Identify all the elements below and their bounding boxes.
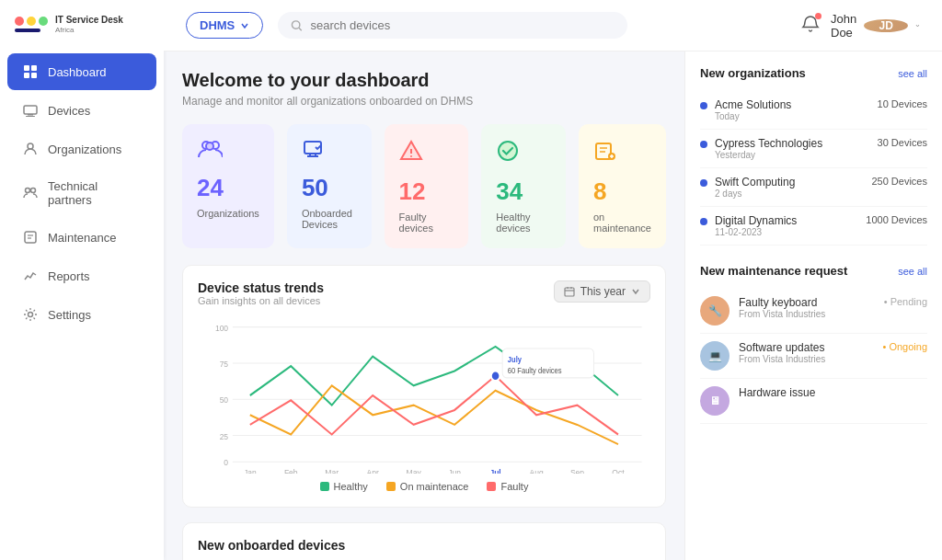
healthy-stat-icon xyxy=(496,139,551,168)
faulty-stat-icon xyxy=(399,139,454,168)
svg-rect-6 xyxy=(26,116,35,117)
svg-point-56 xyxy=(491,371,500,381)
chart-header: Device status trends Gain insights on al… xyxy=(198,280,650,306)
maint-item-0: 🔧 Faulty keyboard From Vista Industries … xyxy=(700,289,927,334)
svg-text:25: 25 xyxy=(220,431,228,441)
notification-bell[interactable] xyxy=(801,15,820,36)
devices-icon xyxy=(22,102,39,119)
sidebar-item-dashboard[interactable]: Dashboard xyxy=(7,53,156,90)
new-maintenance-section: New maintenance request see all 🔧 Faulty… xyxy=(700,264,927,424)
stat-card-faulty: 12 Faulty devices xyxy=(385,124,469,248)
sidebar-item-devices[interactable]: Devices xyxy=(7,92,156,129)
new-org-see-all[interactable]: see all xyxy=(898,68,927,79)
chart-subtitle: Gain insights on all devices xyxy=(198,295,324,306)
legend-maintenance: On maintenace xyxy=(386,481,469,492)
stat-card-onboarded: 50 Onboarded Devices xyxy=(287,124,372,248)
svg-point-9 xyxy=(31,189,36,193)
org-date: 11-02-2023 xyxy=(715,227,797,237)
header: DHMS John Doe JD xyxy=(164,0,942,51)
sidebar-item-maintenance[interactable]: Maintenance xyxy=(7,219,156,256)
org-dot xyxy=(700,179,707,187)
sidebar-item-reports[interactable]: Reports xyxy=(7,257,156,294)
onboarded-stat-icon xyxy=(302,139,357,165)
svg-point-14 xyxy=(293,20,300,28)
svg-text:Jan: Jan xyxy=(244,468,257,474)
maintenance-stat-icon xyxy=(593,139,651,168)
maint-item-1: 💻 Software updates From Vista Industries… xyxy=(700,334,927,379)
maint-status: • Ongoing xyxy=(882,341,927,352)
org-devices: 30 Devices xyxy=(878,137,927,148)
new-org-header: New organizations see all xyxy=(700,66,927,80)
sidebar-item-technical-partners[interactable]: Technical partners xyxy=(7,169,156,217)
org-name: Digital Dynamics xyxy=(715,214,797,227)
legend-healthy: Healthy xyxy=(320,481,368,492)
svg-rect-0 xyxy=(24,65,29,71)
chart-canvas: 100 75 50 25 0 Jan Feb Mar Apr May Jun J… xyxy=(198,317,650,474)
dhms-selector[interactable]: DHMS xyxy=(186,12,263,39)
org-dot xyxy=(700,141,707,148)
svg-text:100: 100 xyxy=(215,323,228,333)
technical-partners-icon xyxy=(22,185,39,201)
svg-line-15 xyxy=(299,28,302,30)
user-name: John Doe xyxy=(831,12,856,40)
chart-title: Device status trends xyxy=(198,280,324,295)
maintenance-count: 8 xyxy=(593,177,651,206)
org-devices: 250 Devices xyxy=(871,176,927,187)
onboarded-count: 50 xyxy=(302,174,357,202)
maint-title: Hardware issue xyxy=(739,386,918,399)
sidebar-item-organizations[interactable]: Organizations xyxy=(7,131,156,167)
calendar-icon xyxy=(564,286,575,297)
settings-icon xyxy=(22,306,39,323)
svg-point-24 xyxy=(410,155,412,157)
maint-avatar: 💻 xyxy=(700,341,729,371)
stat-card-maintenance: 8 on maintenance xyxy=(579,124,666,248)
sidebar-item-settings[interactable]: Settings xyxy=(7,296,156,333)
svg-text:July: July xyxy=(508,355,523,364)
onboarded-label: Onboarded Devices xyxy=(302,208,357,230)
svg-point-8 xyxy=(26,189,30,193)
maintenance-header: New maintenance request see all xyxy=(700,264,927,278)
year-label: This year xyxy=(580,285,626,298)
main-area: DHMS John Doe JD Welcome to your dashboa… xyxy=(164,0,942,560)
main-content: Welcome to your dashboard Manage and mon… xyxy=(164,51,684,560)
search-bar[interactable] xyxy=(278,12,627,39)
organizations-icon xyxy=(22,141,39,157)
chevron-down-icon xyxy=(240,21,249,30)
maint-avatar: 🔧 xyxy=(700,296,729,326)
maintenance-see-all[interactable]: see all xyxy=(898,266,927,277)
org-name: Cypress Technologies xyxy=(715,137,822,150)
organizations-count: 24 xyxy=(197,174,259,202)
logo-circle-yellow xyxy=(27,17,36,26)
maint-title: Software updates xyxy=(739,341,873,354)
logo-icon xyxy=(15,17,48,32)
svg-text:May: May xyxy=(407,468,422,474)
faulty-label: Faulty devices xyxy=(399,211,454,234)
maint-item-2: 🖥 Hardware issue xyxy=(700,379,927,424)
organizations-stat-icon xyxy=(197,139,259,165)
org-dot xyxy=(700,102,707,109)
maint-from: From Vista Industries xyxy=(739,309,875,319)
svg-point-13 xyxy=(29,313,33,317)
org-item-1: Cypress Technologies Yesterday 30 Device… xyxy=(700,130,927,168)
maint-from: From Vista Industries xyxy=(739,354,873,364)
svg-text:0: 0 xyxy=(224,458,228,468)
org-devices: 10 Devices xyxy=(878,98,927,109)
user-info[interactable]: John Doe JD xyxy=(831,12,920,40)
new-organizations-section: New organizations see all Acme Solutions… xyxy=(700,66,927,246)
svg-text:Jul: Jul xyxy=(489,468,500,474)
org-date: Yesterday xyxy=(715,150,822,160)
svg-rect-32 xyxy=(565,288,574,296)
org-name: Swift Computing xyxy=(715,176,795,189)
svg-text:60 Faulty devices: 60 Faulty devices xyxy=(508,366,562,375)
maint-title: Faulty keyboard xyxy=(739,296,875,309)
svg-text:50: 50 xyxy=(220,395,228,406)
year-selector[interactable]: This year xyxy=(554,280,650,303)
maintenance-icon xyxy=(22,229,39,246)
organizations-label: Organizations xyxy=(197,208,259,219)
search-icon xyxy=(291,19,303,32)
svg-text:Sep: Sep xyxy=(570,468,584,474)
search-input[interactable] xyxy=(310,18,615,32)
org-item-3: Digital Dynamics 11-02-2023 1000 Devices xyxy=(700,207,927,246)
avatar: JD xyxy=(864,19,908,32)
maintenance-title: New maintenance request xyxy=(700,264,847,278)
